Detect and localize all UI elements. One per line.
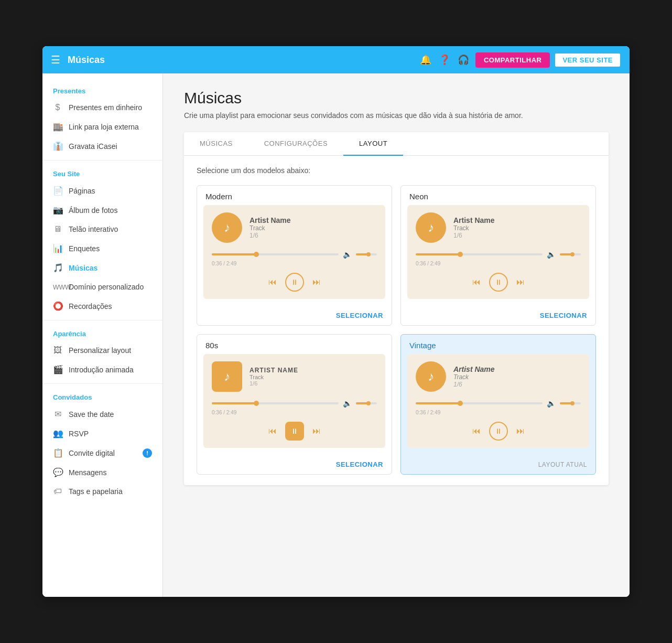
sidebar-item-gravata[interactable]: 👔 Gravata iCasei (42, 136, 162, 156)
help-icon[interactable]: ❓ (439, 54, 450, 66)
card-footer-vintage: LAYOUT ATUAL (401, 454, 595, 474)
sidebar-item-tags-papelaria[interactable]: 🏷 Tags e papelaria (42, 482, 162, 501)
store-icon: 🏬 (53, 122, 62, 132)
screen-icon: 🖥 (53, 224, 62, 234)
divider-2 (42, 320, 162, 320)
animation-icon: 🎬 (53, 365, 62, 374)
progress-row: 🔈 (212, 250, 377, 259)
headset-icon[interactable]: 🎧 (458, 54, 469, 66)
section-seu-site-label: Seu Site (42, 165, 162, 181)
sidebar-item-personalizar[interactable]: 🖼 Personalizar layout (42, 341, 162, 360)
rewind-button[interactable]: ⏮ (268, 426, 277, 436)
sidebar-item-paginas[interactable]: 📄 Páginas (42, 181, 162, 200)
play-pause-button[interactable]: ⏸ (489, 422, 508, 441)
tab-musicas[interactable]: MÚSICAS (184, 132, 248, 156)
sidebar-item-label: RSVP (69, 430, 152, 438)
current-layout-label: LAYOUT ATUAL (538, 461, 587, 468)
header-title: Músicas (68, 55, 420, 66)
volume-icon: 🔈 (547, 250, 556, 259)
tie-icon: 👔 (53, 141, 62, 151)
hamburger-icon[interactable]: ☰ (51, 53, 60, 66)
sidebar-item-label: Álbum de fotos (69, 206, 152, 215)
tab-configuracoes[interactable]: CONFIGURAÇÕES (248, 132, 343, 156)
compartilhar-button[interactable]: COMPARTILHAR (475, 52, 550, 68)
play-pause-button[interactable]: ⏸ (489, 273, 508, 292)
volume-bar (560, 253, 581, 255)
page-title: Músicas (184, 89, 609, 107)
track-info-modern: Artist Name Track 1/6 (250, 216, 377, 239)
player-preview-modern: ♪ Artist Name Track 1/6 (203, 205, 385, 299)
track-artist: Artist Name (250, 216, 377, 224)
play-pause-button[interactable]: ⏸ (285, 273, 304, 292)
music-note-icon: ♪ (224, 369, 230, 384)
layout-card-modern[interactable]: Modern ♪ Artist Name Track 1/6 (197, 185, 392, 326)
select-modern-button[interactable]: SELECIONAR (336, 312, 383, 319)
rewind-button[interactable]: ⏮ (472, 277, 481, 287)
ver-site-button[interactable]: VER SEU SITE (554, 52, 621, 68)
sidebar-item-save-the-date[interactable]: ✉ Save the date (42, 404, 162, 424)
sidebar-item-label: Enquetes (69, 244, 152, 253)
messages-icon: 💬 (53, 467, 62, 477)
track-num: 1/6 (250, 380, 377, 387)
volume-icon: 🔈 (547, 399, 556, 408)
sidebar-item-label: Tags e papelaria (69, 487, 152, 496)
notification-icon[interactable]: 🔔 (420, 54, 431, 66)
time-display: 0:36 / 2:49 (416, 261, 581, 266)
tab-layout[interactable]: LAYOUT (343, 132, 403, 156)
play-pause-button[interactable]: ⏸ (285, 422, 304, 441)
forward-button[interactable]: ⏭ (516, 277, 525, 287)
page-subtitle: Crie uma playlist para emocionar seus co… (184, 111, 609, 120)
layout-card-80s[interactable]: 80s ♪ ARTIST NAME Track 1/6 (197, 334, 392, 475)
progress-fill (212, 402, 256, 404)
progress-row: 🔈 (416, 399, 581, 408)
music-note-icon: ♪ (224, 220, 230, 235)
domain-icon: www (53, 282, 62, 292)
sidebar-item-enquetes[interactable]: 📊 Enquetes (42, 239, 162, 258)
sidebar-item-label: Convite digital (69, 449, 136, 457)
card-footer-neon: SELECIONAR (401, 305, 595, 325)
section-aparencia-label: Aparência (42, 325, 162, 341)
sidebar-item-mensagens[interactable]: 💬 Mensagens (42, 463, 162, 482)
layout-card-vintage[interactable]: Vintage ♪ Artist Name Track 1/6 (400, 334, 596, 475)
album-art-modern: ♪ (212, 212, 242, 243)
progress-bar (416, 253, 543, 255)
sidebar-item-convite-digital[interactable]: 📋 Convite digital ! (42, 443, 162, 463)
sidebar-item-dominio[interactable]: www Domínio personalizado (42, 277, 162, 296)
music-note-icon: ♪ (428, 369, 434, 384)
select-80s-button[interactable]: SELECIONAR (336, 460, 383, 468)
sidebar-item-musicas[interactable]: 🎵 Músicas (42, 258, 162, 277)
track-artist: ARTIST NAME (250, 367, 377, 374)
forward-button[interactable]: ⏭ (312, 426, 321, 436)
rewind-button[interactable]: ⏮ (268, 277, 277, 287)
controls-row: ⏮ ⏸ ⏭ (416, 273, 581, 292)
sidebar-item-telao[interactable]: 🖥 Telão interativo (42, 220, 162, 239)
track-info-vintage: Artist Name Track 1/6 (453, 365, 581, 388)
select-neon-button[interactable]: SELECIONAR (540, 312, 587, 319)
camera-icon: 📷 (53, 205, 62, 215)
forward-button[interactable]: ⏭ (312, 277, 321, 287)
forward-button[interactable]: ⏭ (516, 426, 525, 436)
progress-fill (416, 253, 460, 255)
sidebar-item-label: Telão interativo (69, 225, 152, 233)
app-frame: ☰ Músicas 🔔 ❓ 🎧 COMPARTILHAR VER SEU SIT… (42, 46, 630, 597)
time-display: 0:36 / 2:49 (416, 410, 581, 415)
layout-card-title-modern: Modern (197, 186, 392, 205)
layout-card-neon[interactable]: Neon ♪ Artist Name Track 1/6 (400, 185, 596, 326)
poll-icon: 📊 (53, 243, 62, 253)
sidebar-item-link-loja[interactable]: 🏬 Link para loja externa (42, 117, 162, 136)
sidebar-item-recordacoes[interactable]: ⭕ Recordações (42, 296, 162, 316)
track-name: Track (250, 374, 377, 380)
track-artist: Artist Name (453, 365, 581, 373)
layout-card-title-80s: 80s (197, 335, 392, 354)
volume-bar (356, 253, 377, 255)
sidebar-item-intro-animada[interactable]: 🎬 Introdução animada (42, 360, 162, 379)
sidebar-item-label: Link para loja externa (69, 123, 152, 131)
sidebar-item-album-fotos[interactable]: 📷 Álbum de fotos (42, 200, 162, 220)
tabs-panel: MÚSICAS CONFIGURAÇÕES LAYOUT Selecione u… (184, 132, 609, 485)
volume-dot (366, 401, 371, 405)
sidebar-item-rsvp[interactable]: 👥 RSVP (42, 424, 162, 443)
rewind-button[interactable]: ⏮ (472, 426, 481, 436)
sidebar-item-presentes-dinheiro[interactable]: $ Presentes em dinheiro (42, 98, 162, 117)
music-note-icon: ♪ (428, 220, 434, 235)
sidebar-item-label: Save the date (69, 410, 152, 419)
